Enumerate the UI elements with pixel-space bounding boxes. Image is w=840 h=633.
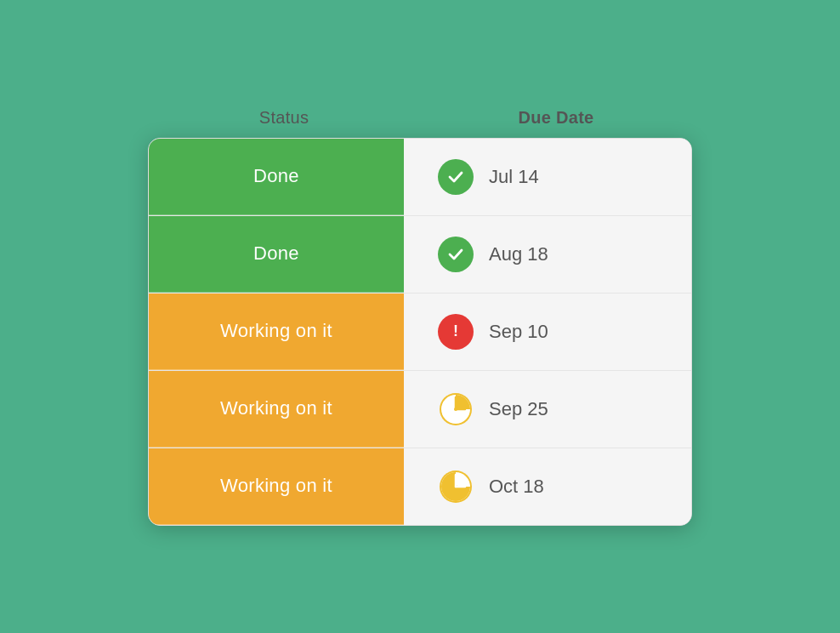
date-text: Oct 18 (489, 476, 544, 498)
status-cell-working: Working on it (149, 448, 404, 525)
date-text: Sep 10 (489, 321, 548, 343)
date-cell: Jul 14 (404, 139, 691, 215)
table-card: Done Jul 14 Done Aug 18 (148, 138, 692, 526)
table-row: Done Jul 14 (149, 139, 691, 216)
status-cell-done: Done (149, 216, 404, 293)
date-text: Jul 14 (489, 166, 539, 188)
date-cell: ! Sep 10 (404, 294, 691, 370)
status-column-header: Status (156, 108, 411, 128)
date-column-header: Due Date (429, 108, 684, 128)
table-row: Working on it ! Sep 10 (149, 294, 691, 371)
table-row: Working on it S (149, 371, 691, 448)
check-icon (438, 159, 474, 195)
clock-quarter-icon (438, 391, 474, 427)
column-headers: Status Due Date (148, 108, 692, 138)
date-cell: Aug 18 (404, 216, 691, 293)
status-cell-working: Working on it (149, 294, 404, 370)
exclamation-icon: ! (438, 314, 474, 350)
check-icon (438, 237, 474, 272)
svg-text:!: ! (453, 322, 458, 339)
status-cell-done: Done (149, 139, 404, 215)
date-text: Sep 25 (489, 398, 548, 420)
clock-three-quarter-icon (438, 469, 474, 505)
main-container: Status Due Date Done Jul 14 Done (148, 108, 692, 526)
table-row: Done Aug 18 (149, 216, 691, 294)
date-cell: Sep 25 (404, 371, 691, 448)
date-text: Aug 18 (489, 243, 548, 265)
status-cell-working: Working on it (149, 371, 404, 448)
date-cell: Oct 18 (404, 448, 691, 525)
table-row: Working on it O (149, 448, 691, 525)
